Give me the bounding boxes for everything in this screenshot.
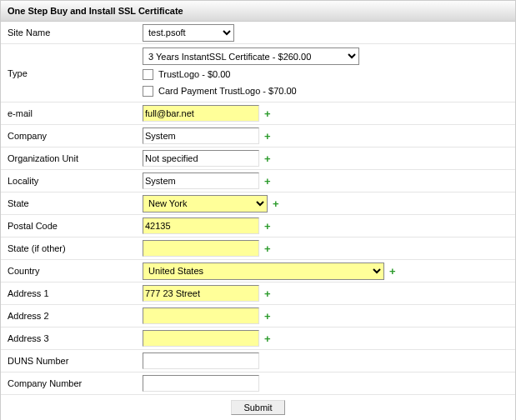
plus-icon[interactable]: + — [389, 266, 396, 277]
label-address3: Address 3 — [1, 333, 143, 343]
trustlogo-checkbox[interactable] — [143, 69, 153, 80]
address3-input[interactable] — [143, 330, 259, 347]
label-state-other: State (if other) — [1, 243, 143, 253]
label-company: Company — [1, 131, 143, 141]
plus-icon[interactable]: + — [264, 153, 271, 164]
label-org-unit: Organization Unit — [1, 153, 143, 163]
company-number-input[interactable] — [143, 375, 259, 392]
plus-icon[interactable]: + — [264, 131, 271, 142]
page-title: One Step Buy and Install SSL Certificate — [1, 0, 515, 22]
label-country: Country — [1, 266, 143, 276]
org-unit-input[interactable] — [143, 150, 259, 167]
label-company-number: Company Number — [1, 378, 143, 388]
plus-icon[interactable]: + — [264, 108, 271, 119]
address1-input[interactable] — [143, 285, 259, 302]
company-input[interactable] — [143, 128, 259, 144]
label-address2: Address 2 — [1, 311, 143, 321]
plus-icon[interactable]: + — [264, 311, 271, 322]
country-select[interactable]: United States — [143, 262, 384, 280]
email-input[interactable] — [143, 105, 259, 122]
label-state: State — [1, 198, 143, 208]
submit-button[interactable]: Submit — [231, 400, 284, 415]
plus-icon[interactable]: + — [264, 333, 271, 344]
label-postal: Postal Code — [1, 221, 143, 231]
label-type: Type — [1, 68, 143, 78]
duns-input[interactable] — [143, 352, 259, 369]
trustlogo-label: TrustLogo - $0.00 — [158, 67, 230, 82]
label-site-name: Site Name — [1, 28, 143, 38]
plus-icon[interactable]: + — [264, 288, 271, 299]
label-address1: Address 1 — [1, 288, 143, 298]
label-duns: DUNS Number — [1, 356, 143, 366]
plus-icon[interactable]: + — [273, 198, 279, 209]
plus-icon[interactable]: + — [264, 243, 271, 254]
card-payment-trustlogo-label: Card Payment TrustLogo - $70.00 — [158, 83, 297, 98]
label-email: e-mail — [1, 108, 143, 118]
plus-icon[interactable]: + — [264, 176, 271, 187]
plus-icon[interactable]: + — [264, 221, 271, 232]
postal-input[interactable] — [143, 218, 259, 234]
address2-input[interactable] — [143, 308, 259, 324]
label-locality: Locality — [1, 176, 143, 186]
locality-input[interactable] — [143, 172, 259, 189]
state-select[interactable]: New York — [143, 195, 268, 212]
site-name-select[interactable]: test.psoft — [143, 24, 234, 42]
card-payment-trustlogo-checkbox[interactable] — [143, 86, 153, 97]
state-other-input[interactable] — [143, 240, 259, 257]
type-product-select[interactable]: 3 Years InstantSSL Certificate - $260.00 — [143, 48, 359, 65]
